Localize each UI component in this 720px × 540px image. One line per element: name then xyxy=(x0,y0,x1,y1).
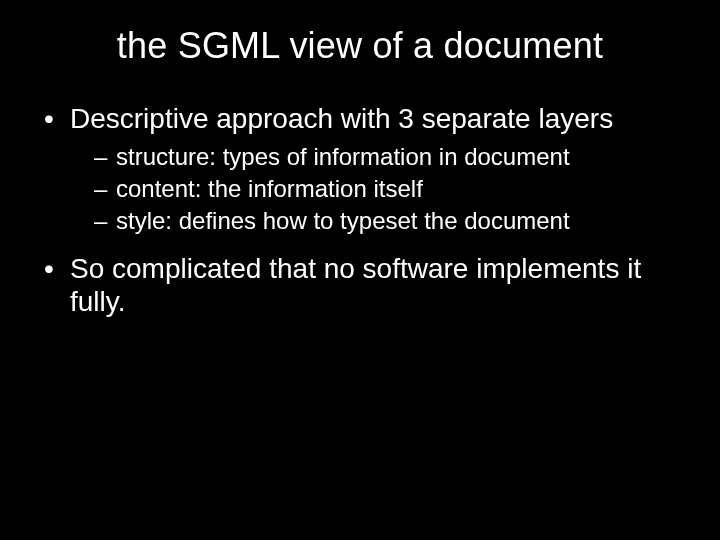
slide: the SGML view of a document Descriptive … xyxy=(0,0,720,540)
bullet-text: Descriptive approach with 3 separate lay… xyxy=(70,103,613,134)
bullet-text: So complicated that no software implemen… xyxy=(70,253,641,318)
list-item: style: defines how to typeset the docume… xyxy=(94,206,690,236)
sub-bullet-text: structure: types of information in docum… xyxy=(116,143,570,170)
sub-bullet-list: structure: types of information in docum… xyxy=(70,142,690,236)
list-item: structure: types of information in docum… xyxy=(94,142,690,172)
slide-title: the SGML view of a document xyxy=(30,25,690,67)
list-item: content: the information itself xyxy=(94,174,690,204)
list-item: So complicated that no software implemen… xyxy=(44,252,690,319)
bullet-list: Descriptive approach with 3 separate lay… xyxy=(30,102,690,319)
list-item: Descriptive approach with 3 separate lay… xyxy=(44,102,690,236)
sub-bullet-text: style: defines how to typeset the docume… xyxy=(116,207,570,234)
sub-bullet-text: content: the information itself xyxy=(116,175,423,202)
